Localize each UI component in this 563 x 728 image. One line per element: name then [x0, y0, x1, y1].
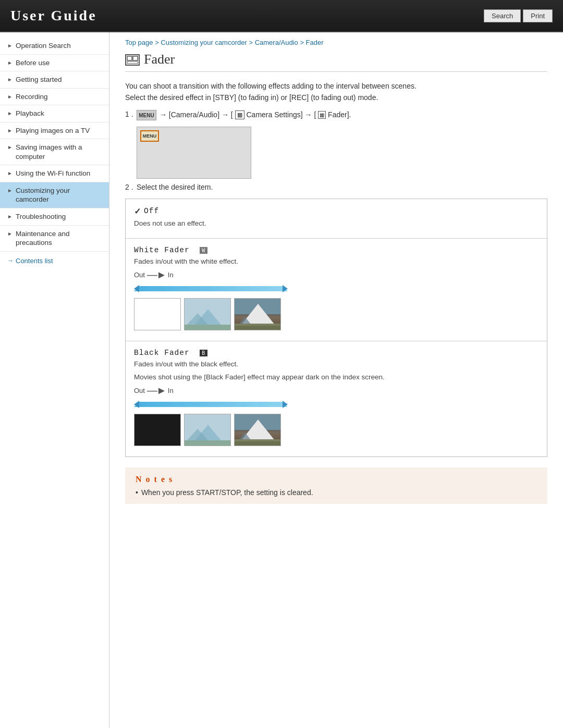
- step-2-text: Select the desired item.: [137, 183, 213, 191]
- notes-section: N o t e s • When you press START/STOP, t…: [125, 467, 547, 504]
- sidebar-item-operation-search[interactable]: ► Operation Search: [0, 38, 109, 55]
- option-off-desc: Does not use an effect.: [134, 218, 538, 229]
- sidebar-item-label: Using the Wi-Fi function: [16, 169, 104, 178]
- arrow-icon: ►: [7, 127, 13, 134]
- svg-rect-3: [127, 61, 138, 64]
- fader-frame-full: [234, 298, 281, 330]
- content-area: Top page > Customizing your camcorder > …: [109, 32, 563, 728]
- breadcrumb-camera-audio[interactable]: Camera/Audio: [255, 39, 298, 46]
- breadcrumb-sep2: >: [249, 39, 254, 46]
- sidebar-item-before-use[interactable]: ► Before use: [0, 55, 109, 72]
- sidebar-item-customizing[interactable]: ► Customizing your camcorder: [0, 182, 109, 208]
- fader-frame-partial-black: [184, 414, 231, 446]
- svg-marker-16: [134, 402, 288, 407]
- svg-rect-1: [127, 56, 132, 60]
- option-off-header: ✓ Off: [134, 206, 538, 216]
- fader-title-icon: [125, 53, 140, 66]
- step-1: 1 . MENU → [Camera/Audio] → [ ▩ Camera S…: [125, 110, 547, 120]
- white-fader-images: [134, 298, 281, 330]
- option-black-fader-desc2: Movies shot using the [Black Fader] effe…: [134, 372, 538, 382]
- fader-frame-black: [134, 414, 181, 446]
- fader-small-icon: ▦: [318, 111, 326, 119]
- sidebar-item-label: Getting started: [16, 75, 104, 84]
- header: User Guide Search Print: [0, 0, 563, 32]
- option-black-fader-title: Black Fader B: [134, 349, 207, 357]
- option-black-fader-header: Black Fader B: [134, 349, 538, 357]
- main-layout: ► Operation Search ► Before use ► Gettin…: [0, 32, 563, 728]
- fader-frame-partial: [184, 298, 231, 330]
- breadcrumb: Top page > Customizing your camcorder > …: [125, 32, 547, 52]
- arrow-icon: ►: [7, 110, 13, 117]
- step-2-num: 2 .: [125, 183, 137, 191]
- sidebar-item-getting-started[interactable]: ► Getting started: [0, 71, 109, 89]
- option-off-title: Off: [144, 207, 159, 215]
- sidebar-item-label: Troubleshooting: [16, 212, 104, 221]
- option-white-fader-desc: Fades in/out with the white effect.: [134, 256, 538, 267]
- option-white-fader-title: White Fader W: [134, 246, 207, 254]
- step-1-text2: Camera Settings] → [: [247, 110, 316, 118]
- camera-settings-icon: ▩: [235, 110, 244, 119]
- step-1-arrow1: → [Camera/Audio] → [: [160, 110, 233, 118]
- sidebar-item-troubleshooting[interactable]: ► Troubleshooting: [0, 208, 109, 226]
- page-title-section: Fader: [125, 52, 547, 72]
- sidebar-item-label: Before use: [16, 58, 104, 68]
- sidebar-item-label: Saving images with a computer: [16, 143, 104, 161]
- breadcrumb-sep3: >: [300, 39, 305, 46]
- arrow-right-icon: →: [7, 257, 14, 264]
- header-buttons: Search Print: [484, 9, 553, 22]
- menu-icon: MENU: [137, 110, 156, 120]
- breadcrumb-fader[interactable]: Fader: [306, 39, 324, 46]
- sidebar-item-playback[interactable]: ► Playback: [0, 105, 109, 122]
- arrow-long-icon: —►: [147, 385, 166, 397]
- sidebar-item-label: Playing images on a TV: [16, 126, 104, 135]
- svg-rect-27: [235, 441, 281, 446]
- app-title: User Guide: [10, 7, 97, 24]
- white-fader-visual: [134, 284, 538, 330]
- arrow-icon: ►: [7, 213, 13, 220]
- sidebar-item-label: Playback: [16, 109, 104, 118]
- print-button[interactable]: Print: [523, 9, 553, 22]
- breadcrumb-top[interactable]: Top page: [125, 39, 153, 46]
- checkmark-icon: ✓: [134, 206, 141, 216]
- arrow-icon: ►: [7, 76, 13, 83]
- search-button[interactable]: Search: [484, 9, 521, 22]
- sidebar-item-maintenance[interactable]: ► Maintenance and precautions: [0, 226, 109, 252]
- sidebar-item-saving-images[interactable]: ► Saving images with a computer: [0, 139, 109, 165]
- step-2-content: Select the desired item.: [137, 183, 547, 191]
- contents-list-label: Contents list: [16, 257, 53, 265]
- white-fader-icon: W: [200, 247, 207, 254]
- sidebar-item-label: Maintenance and precautions: [16, 229, 104, 248]
- svg-marker-4: [134, 286, 288, 291]
- out-in-white: Out —► In: [134, 269, 538, 281]
- sidebar-item-recording[interactable]: ► Recording: [0, 89, 109, 106]
- fader-frame-white: [134, 298, 181, 330]
- black-fader-icon: B: [200, 350, 207, 356]
- arrow-icon: ►: [7, 144, 13, 151]
- arrow-icon: ►: [7, 170, 13, 177]
- arrow-icon: ►: [7, 93, 13, 100]
- menu-screenshot: MENU: [137, 127, 251, 179]
- option-white-fader-header: White Fader W: [134, 246, 538, 254]
- bullet-icon: •: [136, 488, 138, 497]
- page-title: Fader: [144, 52, 175, 67]
- svg-rect-15: [235, 326, 281, 330]
- sidebar-item-label: Recording: [16, 92, 104, 102]
- arrow-icon: ►: [7, 42, 13, 49]
- notes-item-1: • When you press START/STOP, the setting…: [136, 488, 537, 497]
- out-in-black: Out —► In: [134, 385, 538, 397]
- sidebar: ► Operation Search ► Before use ► Gettin…: [0, 32, 109, 728]
- contents-list-link[interactable]: → Contents list: [0, 252, 109, 270]
- breadcrumb-customizing[interactable]: Customizing your camcorder: [161, 39, 247, 46]
- breadcrumb-sep1: >: [155, 39, 161, 46]
- option-black-fader: Black Fader B Fades in/out with the blac…: [126, 341, 547, 456]
- notes-title: N o t e s: [136, 475, 537, 484]
- step-1-text3: Fader].: [328, 110, 351, 118]
- option-black-fader-desc1: Fades in/out with the black effect.: [134, 359, 538, 369]
- notes-text-1: When you press START/STOP, the setting i…: [141, 488, 313, 497]
- arrow-icon: ►: [7, 59, 13, 66]
- sidebar-item-wifi[interactable]: ► Using the Wi-Fi function: [0, 165, 109, 182]
- svg-rect-2: [133, 56, 138, 60]
- sidebar-item-playing-images-tv[interactable]: ► Playing images on a TV: [0, 122, 109, 140]
- step-1-num: 1 .: [125, 110, 137, 118]
- arrow-icon: ►: [7, 230, 13, 237]
